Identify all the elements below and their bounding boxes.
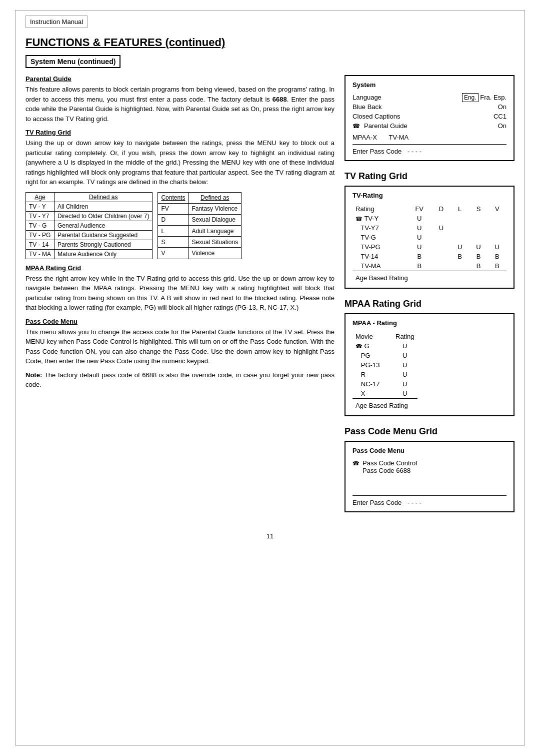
pass-code-heading: Pass Code Menu (26, 318, 334, 325)
pass-code-enter-dashes: - - - - (408, 499, 422, 506)
language-label: Language (352, 94, 382, 101)
mpaa-section: MPAA Rating Grid Press the right arrow k… (26, 264, 334, 313)
age-defined-header: Defined as (54, 192, 152, 202)
parental-guide-body: This feature allows parents to block cer… (26, 85, 334, 124)
parental-guide-value: On (498, 122, 506, 130)
note-label: Note: (26, 371, 42, 379)
l-header: L (450, 204, 469, 214)
pass-code-divider (352, 495, 506, 496)
parental-guide-row: ☎ Parental Guide On (352, 122, 506, 130)
blue-back-label: Blue Back (352, 103, 382, 111)
mpaa-body: Press the right arrow key while in the T… (26, 274, 334, 313)
note-paragraph: Note: The factory default pass code of 6… (26, 370, 334, 390)
age-row-1: TV - Y All Children (26, 202, 152, 211)
tv-rating-box-title: TV-Rating (352, 192, 506, 199)
tv-rating-heading: TV Rating Grid (26, 129, 334, 136)
parental-guide-section: Parental Guide This feature allows paren… (26, 75, 334, 124)
mpaa-age-based-label: Age Based Rating (352, 399, 418, 411)
header-bar: Instruction Manual (26, 16, 88, 28)
pass-code-menu-grid-title: Pass Code Menu Grid (344, 426, 514, 437)
mpaa-rating-grid-box: MPAA - Rating Movie Rating ☎ G U (344, 313, 514, 416)
divider (352, 144, 506, 145)
tv-y7-row: TV-Y7 U U (352, 223, 506, 233)
tv-y-row: ☎ TV-Y U (352, 214, 506, 223)
v-header: V (488, 204, 506, 214)
mpaa-x-row: X U (352, 389, 418, 399)
main-layout: Parental Guide This feature allows paren… (26, 75, 514, 522)
parental-guide-heading: Parental Guide (26, 75, 334, 83)
tv-rating-section: TV Rating Grid Using the up or down arro… (26, 129, 334, 187)
mpaa-header-row: Movie Rating (352, 332, 418, 341)
pass-code-enter-row: Enter Pass Code - - - - (352, 499, 506, 506)
lang-eng: Eng. (462, 93, 478, 102)
tv-14-row: TV-14 B B B B (352, 252, 506, 261)
contents-col-header: Contents (158, 192, 188, 203)
contents-row-5: V Violence (158, 248, 242, 259)
note-body: The factory default pass code of 6688 is… (26, 371, 334, 389)
mpaa-row: MPAA-X TV-MA (352, 134, 506, 141)
language-values: Eng. Fra. Esp. (462, 94, 506, 101)
d-header: D (432, 204, 450, 214)
header-text: Instruction Manual (30, 18, 83, 26)
contents-row-4: S Sexual Situations (158, 237, 242, 248)
mpaa-pg-row: PG U (352, 351, 418, 360)
pass-code-control-row: ☎ Pass Code Control Pass Code 6688 (352, 459, 506, 474)
tv-rating-grid-title: TV Rating Grid (344, 171, 514, 182)
tv-pg-row: TV-PG U U U U (352, 242, 506, 252)
age-row-2: TV - Y7 Directed to Older Children (over… (26, 211, 152, 221)
enter-pass-code-label: Enter Pass Code (352, 148, 402, 155)
closed-captions-row: Closed Captions CC1 (352, 113, 506, 120)
section-box: System Menu (continued) (26, 55, 120, 68)
mpaa-r-row: R U (352, 370, 418, 379)
mpaa-rating-table: Movie Rating ☎ G U PG U (352, 332, 418, 410)
mpaa-nc17-row: NC-17 U (352, 379, 418, 389)
age-row-6: TV - MA Mature Audience Only (26, 249, 152, 259)
tv-rating-header-row: Rating FV D L S V (352, 204, 506, 214)
blue-back-row: Blue Back On (352, 103, 506, 111)
pass-code-control-group: Pass Code Control Pass Code 6688 (362, 459, 417, 474)
right-column: System Language Eng. Fra. Esp. Blue Back… (344, 75, 514, 522)
system-menu-box: System Language Eng. Fra. Esp. Blue Back… (344, 75, 514, 161)
mpaa-x-value: TV-MA (389, 134, 409, 141)
age-col-header: Age (26, 192, 54, 202)
rating-header: Rating (352, 204, 407, 214)
s-header: S (469, 204, 488, 214)
contents-chart: Contents Defined as FV Fantasy Violence … (158, 192, 242, 259)
pass-code-control-label: Pass Code Control (362, 459, 417, 467)
phone-icon-tvy: ☎ (356, 216, 362, 222)
contents-row-3: L Adult Language (158, 225, 242, 236)
lang-fra: Fra. Esp. (480, 94, 506, 101)
pass-code-value-label: Pass Code 6688 (362, 467, 417, 474)
rating-header-mpaa: Rating (392, 332, 418, 341)
left-column: Parental Guide This feature allows paren… (26, 75, 334, 522)
movie-header: Movie (352, 332, 392, 341)
phone-icon-passcode: ☎ (352, 460, 360, 467)
spacer (352, 477, 506, 492)
pass-code-body: This menu allows you to change the acces… (26, 327, 334, 366)
mpaa-pg13-row: PG-13 U (352, 360, 418, 370)
tv-rating-body: Using the up or down arrow key to naviga… (26, 138, 334, 187)
parental-guide-label: Parental Guide (364, 122, 496, 130)
phone-icon-mpaa: ☎ (356, 343, 362, 349)
pass-code-section: Pass Code Menu This menu allows you to c… (26, 318, 334, 366)
tv-rating-grid-box: TV-Rating Rating FV D L S V (344, 186, 514, 289)
contents-defined-header: Defined as (188, 192, 242, 203)
age-row-5: TV - 14 Parents Strongly Cautioned (26, 240, 152, 249)
pass-code-menu-box-title: Pass Code Menu (352, 447, 506, 454)
tv-age-based-label: Age Based Rating (352, 271, 506, 283)
mpaa-age-based-row: Age Based Rating (352, 399, 418, 411)
enter-pass-code-row: Enter Pass Code - - - - (352, 148, 506, 155)
enter-pass-code-dashes: - - - - (408, 148, 422, 155)
contents-row-2: D Sexual Dialogue (158, 214, 242, 225)
fv-header: FV (407, 204, 432, 214)
page-number: 11 (26, 532, 514, 540)
pass-code-menu-grid-box: Pass Code Menu ☎ Pass Code Control Pass … (344, 441, 514, 512)
mpaa-g-row: ☎ G U (352, 341, 418, 351)
contents-row-1: FV Fantasy Violence (158, 203, 242, 214)
age-chart: Age Defined as TV - Y All Children TV - … (26, 192, 152, 259)
pass-code-enter-label: Enter Pass Code (352, 499, 402, 506)
system-box-title: System (352, 81, 506, 89)
mpaa-rating-box-title: MPAA - Rating (352, 319, 506, 327)
mpaa-heading: MPAA Rating Grid (26, 264, 334, 272)
tv-rating-table: Rating FV D L S V ☎ TV-Y U (352, 204, 506, 283)
